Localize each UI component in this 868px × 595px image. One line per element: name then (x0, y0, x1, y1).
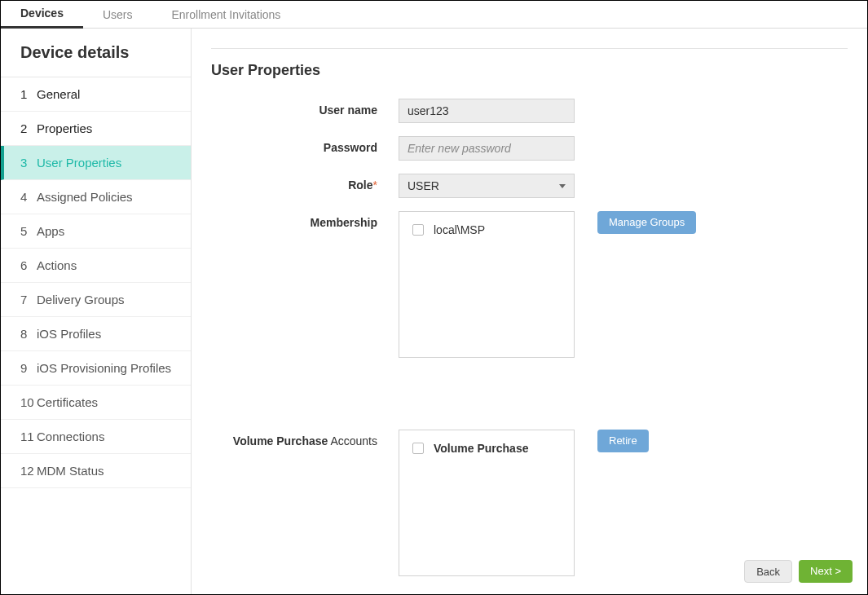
volume-purchase-listbox[interactable]: Volume Purchase (399, 430, 575, 576)
tab-devices[interactable]: Devices (1, 1, 83, 29)
username-input[interactable] (399, 99, 575, 123)
sidebar-item-label: Certificates (37, 395, 98, 409)
sidebar-item-label: General (37, 87, 80, 101)
sidebar-item-apps[interactable]: 5 Apps (1, 214, 191, 249)
retire-button[interactable]: Retire (597, 430, 649, 452)
sidebar-item-mdm-status[interactable]: 12 MDM Status (1, 454, 191, 488)
top-tabs: Devices Users Enrollment Invitations (1, 1, 867, 29)
sidebar-item-ios-provisioning-profiles[interactable]: 9 iOS Provisioning Profiles (1, 351, 191, 386)
membership-item[interactable]: local\MSP (412, 223, 561, 236)
sidebar-item-num: 12 (20, 464, 37, 478)
app-frame: Devices Users Enrollment Invitations Dev… (0, 0, 868, 595)
sidebar-item-properties[interactable]: 2 Properties (1, 112, 191, 146)
sidebar-item-label: Properties (37, 121, 92, 135)
sidebar-item-label: iOS Profiles (37, 327, 101, 341)
role-select[interactable]: USER (399, 174, 575, 198)
row-password: Password (211, 136, 848, 161)
sidebar-item-num: 2 (20, 121, 37, 135)
sidebar-item-num: 6 (20, 258, 37, 272)
sidebar-item-label: iOS Provisioning Profiles (37, 361, 171, 375)
sidebar-item-num: 5 (20, 224, 37, 238)
row-role: Role* USER (211, 174, 848, 198)
body-area: Device details 1 General 2 Properties 3 … (1, 29, 867, 594)
sidebar-item-label: User Properties (37, 156, 121, 170)
sidebar-item-actions[interactable]: 6 Actions (1, 249, 191, 283)
label-role: Role* (211, 174, 399, 192)
manage-groups-button[interactable]: Manage Groups (597, 211, 696, 234)
checkbox-icon[interactable] (412, 443, 424, 454)
sidebar-item-num: 1 (20, 87, 37, 101)
main-panel: User Properties User name Password Role* (192, 29, 867, 594)
label-password: Password (211, 136, 399, 154)
sidebar-item-certificates[interactable]: 10 Certificates (1, 386, 191, 420)
label-membership: Membership (211, 211, 399, 229)
sidebar-item-num: 9 (20, 361, 37, 375)
section-title: User Properties (211, 62, 848, 79)
label-username: User name (211, 99, 399, 117)
sidebar: Device details 1 General 2 Properties 3 … (1, 29, 192, 594)
sidebar-item-assigned-policies[interactable]: 4 Assigned Policies (1, 180, 191, 214)
volume-purchase-item-label: Volume Purchase (434, 442, 528, 455)
checkbox-icon[interactable] (412, 224, 424, 236)
sidebar-item-num: 7 (20, 293, 37, 306)
sidebar-title: Device details (1, 29, 191, 77)
row-username: User name (211, 99, 848, 123)
tab-enrollment-invitations[interactable]: Enrollment Invitations (152, 1, 301, 29)
row-volume-purchase: Volume Purchase Accounts Volume Purchase… (211, 430, 848, 576)
separator (211, 48, 848, 49)
footer-buttons: Back Next > (744, 560, 853, 583)
sidebar-item-label: Connections (37, 430, 104, 443)
password-input[interactable] (399, 136, 575, 161)
sidebar-item-num: 8 (20, 327, 37, 341)
back-button[interactable]: Back (744, 560, 792, 583)
membership-item-label: local\MSP (434, 223, 485, 236)
sidebar-item-label: Actions (37, 258, 77, 272)
sidebar-item-label: MDM Status (37, 464, 104, 478)
sidebar-item-num: 4 (20, 190, 37, 204)
membership-listbox[interactable]: local\MSP (399, 211, 575, 358)
tab-users[interactable]: Users (83, 1, 152, 29)
label-volume-purchase: Volume Purchase Accounts (211, 430, 399, 447)
sidebar-item-label: Apps (37, 224, 64, 238)
role-select-value: USER (408, 179, 439, 192)
volume-purchase-item[interactable]: Volume Purchase (412, 442, 561, 455)
sidebar-item-connections[interactable]: 11 Connections (1, 420, 191, 454)
sidebar-item-ios-profiles[interactable]: 8 iOS Profiles (1, 317, 191, 351)
sidebar-item-user-properties[interactable]: 3 User Properties (1, 146, 191, 180)
chevron-down-icon (559, 184, 566, 188)
sidebar-item-label: Assigned Policies (37, 190, 133, 204)
row-membership: Membership local\MSP Manage Groups (211, 211, 848, 358)
sidebar-item-general[interactable]: 1 General (1, 77, 191, 112)
sidebar-item-delivery-groups[interactable]: 7 Delivery Groups (1, 283, 191, 317)
sidebar-item-num: 11 (20, 430, 37, 443)
sidebar-item-num: 3 (20, 156, 37, 170)
sidebar-item-num: 10 (20, 395, 37, 409)
next-button[interactable]: Next > (799, 560, 853, 583)
sidebar-item-label: Delivery Groups (37, 293, 125, 306)
